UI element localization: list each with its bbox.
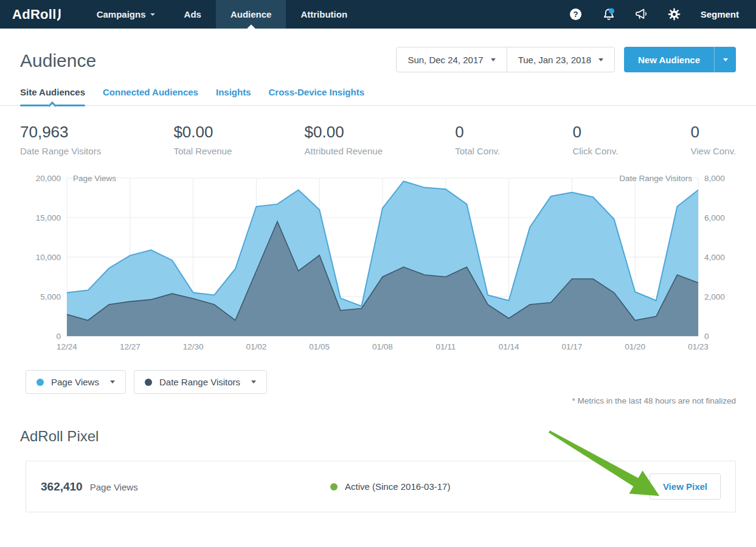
stat-attributed-revenue: $0.00 Attributed Revenue [305, 123, 383, 156]
left-axis-tick: 20,000 [36, 174, 61, 183]
left-axis-tick: 5,000 [40, 292, 61, 301]
x-axis-tick: 12/30 [183, 342, 204, 351]
help-icon[interactable]: ? [560, 0, 592, 29]
nav-item-audience[interactable]: Audience [216, 0, 286, 29]
nav-item-campaigns[interactable]: Campaigns [82, 0, 170, 29]
account-menu[interactable]: Segment [691, 9, 747, 19]
chevron-down-icon [251, 380, 256, 384]
pixel-page-views: 362,410 Page Views [41, 480, 330, 494]
x-axis-tick: 01/23 [688, 342, 709, 351]
left-axis-title: Page Views [73, 174, 116, 183]
chevron-down-icon [150, 13, 155, 16]
right-axis-tick: 2,000 [704, 292, 725, 301]
chevron-down-icon [598, 58, 603, 61]
x-axis-tick: 12/27 [120, 342, 140, 351]
page-header: Audience Sun, Dec 24, 2017 Tue, Jan 23, … [0, 29, 756, 72]
notifications-icon[interactable] [592, 0, 625, 29]
stat-view-conv: 0 View Conv. [690, 123, 735, 156]
tab-cross-device-insights[interactable]: Cross-Device Insights [268, 87, 364, 105]
summary-stats-row: 70,963 Date Range Visitors $0.00 Total R… [0, 106, 756, 156]
adroll-pixel-card: 362,410 Page Views Active (Since 2016-03… [26, 461, 736, 512]
date-range-visitors-dot-icon [145, 379, 152, 386]
right-axis-tick: 0 [704, 332, 709, 341]
chevron-down-icon [491, 58, 496, 61]
top-navbar: AdRoll Campaigns Ads Audience Attributio… [0, 0, 756, 29]
nav-item-attribution[interactable]: Attribution [286, 0, 362, 29]
new-audience-dropdown-button[interactable] [714, 47, 736, 72]
chevron-down-icon [110, 380, 115, 384]
new-audience-button[interactable]: New Audience [624, 47, 714, 72]
pixel-page-views-value: 362,410 [41, 480, 83, 494]
status-dot-icon [330, 483, 338, 490]
stat-total-revenue: $0.00 Total Revenue [173, 123, 232, 156]
right-axis-tick: 6,000 [704, 213, 725, 222]
notification-badge [609, 8, 614, 13]
left-axis-tick: 10,000 [36, 253, 61, 262]
date-range-picker: Sun, Dec 24, 2017 Tue, Jan 23, 2018 [396, 47, 615, 72]
x-axis-tick: 01/17 [562, 342, 583, 351]
chart-canvas: 20,00015,00010,0005,00008,0006,0004,0002… [0, 172, 756, 356]
nav-item-ads[interactable]: Ads [170, 0, 216, 29]
x-axis-tick: 01/11 [435, 342, 456, 351]
x-axis-tick: 01/14 [499, 342, 519, 351]
adroll-logo-text: AdRoll [12, 7, 57, 22]
view-pixel-button[interactable]: View Pixel [650, 473, 721, 500]
chevron-down-icon [723, 58, 728, 61]
tab-bar: Site Audiences Connected Audiences Insig… [0, 87, 756, 106]
x-axis-tick: 01/08 [372, 342, 393, 351]
metrics-footnote: * Metrics in the last 48 hours are not f… [0, 396, 736, 405]
header-controls: Sun, Dec 24, 2017 Tue, Jan 23, 2018 New … [396, 47, 736, 72]
stat-click-conv: 0 Click Conv. [572, 123, 618, 156]
left-axis-tick: 15,000 [36, 213, 61, 222]
right-axis-tick: 8,000 [704, 174, 725, 183]
settings-icon[interactable] [658, 0, 691, 29]
start-date-select[interactable]: Sun, Dec 24, 2017 [397, 47, 507, 72]
pixel-status-text: Active (Since 2016-03-17) [345, 481, 450, 492]
legend-page-views[interactable]: Page Views [26, 370, 126, 394]
traffic-area-chart: 20,00015,00010,0005,00008,0006,0004,0002… [0, 172, 756, 356]
stat-total-conv: 0 Total Conv. [455, 123, 500, 156]
navbar-right-group: ? [560, 0, 756, 29]
x-axis-tick: 01/02 [246, 342, 267, 351]
x-axis-tick: 01/20 [625, 342, 645, 351]
tab-insights[interactable]: Insights [216, 87, 251, 105]
x-axis-tick: 01/05 [309, 342, 330, 351]
adroll-logo-hook [57, 8, 64, 22]
pixel-page-views-label: Page Views [90, 482, 138, 492]
left-axis-tick: 0 [56, 332, 61, 341]
right-axis-tick: 4,000 [704, 253, 725, 262]
svg-text:?: ? [574, 10, 578, 19]
x-axis-tick: 12/24 [57, 342, 77, 351]
pixel-status: Active (Since 2016-03-17) [330, 481, 450, 492]
page-views-dot-icon [36, 379, 44, 386]
chart-legend: Page Views Date Range Visitors [26, 370, 756, 394]
new-audience-split-button: New Audience [624, 47, 736, 72]
tab-connected-audiences[interactable]: Connected Audiences [103, 87, 198, 105]
adroll-pixel-title: AdRoll Pixel [20, 428, 756, 445]
stat-date-range-visitors: 70,963 Date Range Visitors [20, 123, 101, 156]
legend-date-range-visitors[interactable]: Date Range Visitors [134, 370, 267, 394]
tab-site-audiences[interactable]: Site Audiences [20, 87, 85, 105]
announcements-icon[interactable] [625, 0, 658, 29]
end-date-select[interactable]: Tue, Jan 23, 2018 [507, 47, 614, 72]
right-axis-title: Date Range Visitors [619, 174, 692, 183]
adroll-logo[interactable]: AdRoll [0, 0, 82, 29]
page-title: Audience [20, 50, 96, 71]
